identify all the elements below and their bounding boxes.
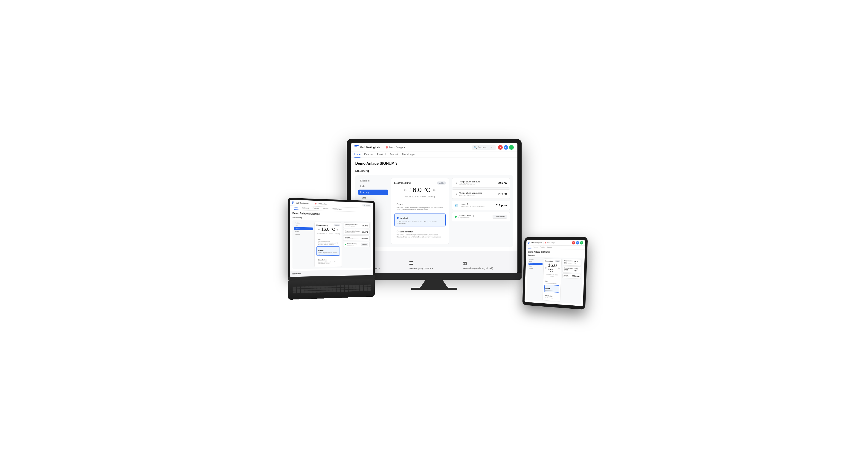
menu-licht[interactable]: Licht [358,184,388,189]
facility-badge[interactable]: Demo Anlage ▾ [386,146,405,149]
tablet-schnell[interactable]: Schnellheizen Schnelles Erwärmen. [544,292,559,300]
divider [383,146,383,149]
key-36 [352,287,355,289]
facility-dot [386,146,388,149]
key-18 [360,285,363,287]
menu-heizung[interactable]: Heizung [358,189,388,195]
laptop-nav-einstellungen[interactable]: Einstellungen [332,207,341,211]
key-3 [301,286,305,289]
laptop-schnell-desc: Maximale Heizleistung für schnelles Erwä… [318,261,338,264]
tablet-facility-dot [545,242,546,243]
laptop-menu-tueren[interactable]: Türen [294,230,313,233]
key-23 [301,289,305,291]
laptop-nav-protokoll[interactable]: Protokoll [313,206,319,211]
sensor-buero-icon: 🌡 [455,181,458,184]
scene: Muff Testing Lab Demo Anlage ▾ 🔍 Suchen … [296,139,572,312]
key-46 [313,291,316,293]
tablet-komfort[interactable]: Komfort Angenehme Temperatur. [544,285,559,293]
tablet-s1-n: Temperaturfühler Büro [564,260,574,263]
tablet-logo-b1 [528,242,530,242]
laptop-search[interactable]: 🔍Suchen [362,204,371,207]
netzwerk-section: Netzwerk ↻ Verwaltung des Netzwerks ☰ In… [351,250,518,273]
tablet-nav-kalender[interactable]: Kalender [533,245,538,249]
laptop-s3-val: 613 ppm [361,237,368,239]
tablet-heating: Elektroheizung Inaktiv ⊖ 16.0 °C ⊕ Aktue… [542,259,562,302]
laptop-mode-schnell[interactable]: Schnellheizen Maximale Heizleistung für … [316,256,340,265]
tablet-temp-minus[interactable]: ⊖ [545,267,547,269]
sensor-aussen-value: 21.9 °C [498,192,507,196]
nav-protokoll[interactable]: Protokoll [377,152,386,157]
temp-decrease-icon[interactable]: ⊖ [404,188,407,192]
mode-komfort[interactable]: Komfort Erwärmt den Raum effizient auf e… [394,213,445,227]
laptop-search-area: 🔍Suchen [362,204,371,207]
laptop-nav-kalender[interactable]: Kalender [302,206,309,210]
laptop-sensor-buero: Temperaturfühler BüroAktuelle Temperatur… [343,222,370,229]
laptop-eco-title: Eco [318,239,320,240]
avatar-1[interactable]: A [498,145,503,150]
logo-bar-1 [354,145,359,146]
key-20 [367,284,371,286]
sensor-raumluft-value: 613 ppm [496,204,507,207]
key-9 [325,286,329,288]
laptop-s1-sub: Aktuelle Temperatur [345,225,358,227]
sensor-aussen-name: Temperaturfühler Aussen [459,192,483,194]
laptop-app-title: Muff Testing Lab [296,202,309,204]
laptop-temp-display: ⊖ 16.0 °C ⊕ [316,227,340,232]
search-box[interactable]: 🔍 Suchen ... ⌘ K [472,145,496,150]
tablet-facility[interactable]: Demo Anlage [545,242,555,243]
laptop-schnell-title: Schnellheizen [318,259,327,261]
key-47 [317,291,321,293]
laptop-nav-support[interactable]: Support [323,207,329,211]
laptop-mode-komfort[interactable]: Komfort Erwärmt den Raum effizient auf e… [316,246,340,256]
avatar-2[interactable]: B [504,145,508,150]
key-29 [325,288,329,290]
key-54 [345,290,348,292]
tablet-avatar-2[interactable]: B [576,241,579,244]
menu-kirchturm[interactable]: Kirchturm [358,178,388,183]
tablet-s1-v: 20.3 °C [574,260,580,265]
tablet-avatar-1[interactable]: A [572,241,575,244]
nav-kalender[interactable]: Kalender [364,152,373,157]
sensor-raumluft-icon: 💨 [455,204,458,207]
tablet-steuerung-title: Steuerung [528,254,583,257]
temp-increase-icon[interactable]: ⊕ [433,188,436,192]
sensor-buero-value: 20.0 °C [498,181,507,184]
tablet-nav-support[interactable]: Support [547,245,552,249]
ubersteuern-button[interactable]: Übersteuern [493,215,507,218]
menu-tueren[interactable]: Türen [358,195,388,201]
laptop-nav-home[interactable]: Home [294,206,298,210]
mode-schnellheizen[interactable]: Schnellheizen Maximale Heizleistung für … [394,227,445,240]
key-6 [313,286,316,288]
nav-home[interactable]: Home [354,152,361,157]
laptop-temp-minus[interactable]: ⊖ [318,228,320,231]
tablet-title: Muff Testing Lab [531,242,542,243]
logo-bar-2 [354,147,358,147]
nav-support[interactable]: Support [390,152,398,157]
temp-sub: Aktuell 20.0 °C · 60.0% Leistung [394,196,445,198]
sensor-aussen-icon: 🌡 [455,192,458,196]
heating-label: Elektroheizung [394,182,411,184]
tablet-avatars: A B C [572,241,583,244]
tablet-menu-f[interactable]: Fenster [528,267,542,270]
tablet-temp-plus[interactable]: ⊕ [558,267,560,270]
tablet-nav-home[interactable]: Home [528,245,531,249]
tablet-avatar-3[interactable]: C [580,241,583,244]
key-12 [337,285,340,287]
key-37 [356,287,359,289]
tablet-nav-protokoll[interactable]: Protokoll [540,245,545,249]
laptop-temp-plus[interactable]: ⊕ [336,228,338,231]
tablet-eco[interactable]: Eco Frostschäden zu vermeiden. [545,277,559,285]
laptop-ubersteuern[interactable]: Gewesen [361,243,368,246]
laptop-menu-heizung[interactable]: Heizung [294,227,313,230]
avatar-3[interactable]: C [509,145,514,150]
laptop-s3-sub: CO₂-Gehalt im Normalbereich [345,238,360,239]
netzwerk-internet[interactable]: ☰ Internetzugang: SIM-Karte [409,260,459,270]
mode-eco[interactable]: Eco Der Eco-Modus hält die Raumtemperatu… [394,200,445,213]
tablet-topbar: Muff Testing Lab Demo Anlage A B C [526,240,585,246]
netzwerk-segment[interactable]: ▦ Netzwerksegmentierung (virtuell) [463,260,513,270]
laptop-menu-fenster[interactable]: Fenster [294,233,313,236]
laptop-mode-eco[interactable]: Eco Der Eco-Modus hält die Raumtemperatu… [316,236,340,246]
nav-einstellungen[interactable]: Einstellungen [401,152,415,157]
laptop-facility[interactable]: Demo Anlage [315,203,327,205]
laptop-sensor-raumluft: RaumluftCO₂-Gehalt im Normalbereich 613 … [343,235,370,241]
